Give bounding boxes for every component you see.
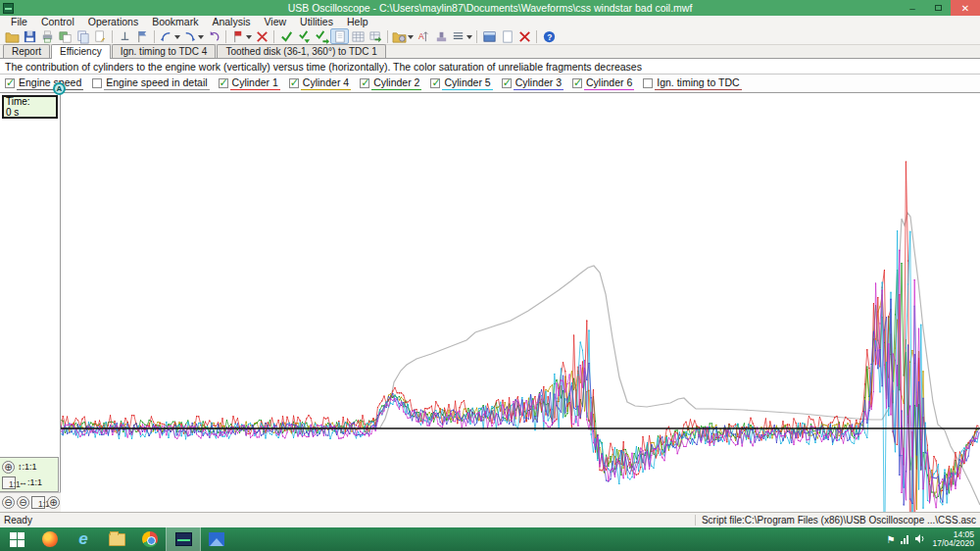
- close-report-icon[interactable]: [515, 28, 533, 44]
- export-icon[interactable]: [91, 28, 109, 44]
- tab-efficiency[interactable]: Efficiency: [51, 44, 111, 59]
- taskbar-chrome-icon[interactable]: [133, 527, 167, 551]
- new-report-icon[interactable]: [498, 28, 515, 44]
- legend-item: Cylinder 1: [219, 77, 280, 90]
- measure-icon[interactable]: [116, 28, 133, 44]
- save-icon[interactable]: [21, 28, 38, 44]
- export-table-icon[interactable]: [367, 28, 384, 44]
- help-icon[interactable]: ?: [540, 28, 558, 44]
- checkbox-cylinder-5[interactable]: [430, 78, 440, 88]
- bookmark-flag-icon[interactable]: [133, 28, 151, 44]
- legend-item: Cylinder 2: [360, 77, 421, 90]
- checkbox-ign-timing-to-tdc[interactable]: [643, 78, 653, 88]
- stamp-icon[interactable]: [432, 28, 450, 44]
- checkbox-engine-speed-in-detail[interactable]: [92, 78, 102, 88]
- horizontal-scale-label: ↔:1:1: [19, 477, 42, 487]
- menu-file[interactable]: File: [4, 16, 34, 28]
- legend-item: Engine speed: [5, 77, 83, 90]
- taskbar-firefox-icon[interactable]: [33, 527, 67, 551]
- taskbar-start-icon[interactable]: [0, 527, 33, 551]
- accept-icon[interactable]: [277, 28, 295, 44]
- open-icon[interactable]: [3, 28, 21, 44]
- taskbar-usb-oscilloscope-icon[interactable]: [167, 527, 200, 551]
- marker-a-badge[interactable]: A: [53, 82, 66, 95]
- minimize-button[interactable]: –: [900, 0, 925, 16]
- checkbox-cylinder-2[interactable]: [360, 78, 369, 88]
- series-curve-cylinder-5: [61, 230, 979, 512]
- legend-label[interactable]: Cylinder 1: [230, 77, 280, 90]
- legend-item: Cylinder 5: [430, 77, 492, 90]
- zoom-previous-icon[interactable]: [158, 28, 181, 44]
- accept-next-icon[interactable]: [313, 28, 330, 44]
- report-document-icon[interactable]: [330, 28, 349, 44]
- checkbox-cylinder-4[interactable]: [289, 78, 299, 88]
- system-tray: ⚑ 14:05 17/04/2020: [886, 530, 980, 549]
- legend-item: Cylinder 4: [289, 77, 351, 90]
- checkbox-cylinder-3[interactable]: [502, 78, 512, 88]
- horizontal-zoom-out-button[interactable]: ⊖: [17, 496, 29, 509]
- undo-icon[interactable]: [205, 28, 222, 44]
- horizontal-zoom-bar: ⊖ ⊖ 1:1 ⊕: [0, 492, 61, 512]
- vertical-zoom-out-button[interactable]: ⊖: [2, 496, 15, 509]
- marker-icon[interactable]: [229, 28, 253, 44]
- snapshot-icon[interactable]: [56, 28, 74, 44]
- legend-label[interactable]: Cylinder 3: [514, 77, 564, 90]
- vertical-zoom-in-button[interactable]: ⊕: [2, 461, 15, 474]
- window-view-icon[interactable]: [480, 28, 498, 44]
- left-panel: A Time: 0 s ⊕ ↕:1:1 1:1 ↔:1:1 ⊖ ⊖ 1:1 ⊕: [0, 93, 61, 512]
- tab-ign-timing-to-tdc-4[interactable]: Ign. timing to TDC 4: [112, 44, 217, 58]
- checkbox-cylinder-6[interactable]: [572, 78, 582, 88]
- time-value: 0 s: [6, 108, 54, 119]
- tab-toothed-disk-36-1-360-to-tdc-1[interactable]: Toothed disk (36-1, 360°) to TDC 1: [217, 44, 385, 58]
- taskbar-file-explorer-icon[interactable]: [100, 527, 133, 551]
- taskbar-photos-icon[interactable]: [200, 527, 233, 551]
- restore-button[interactable]: [925, 0, 951, 16]
- menu-bar: FileControlOperationsBookmarkAnalysisVie…: [0, 16, 980, 28]
- zoom-next-icon[interactable]: [181, 28, 205, 44]
- grid-view-icon[interactable]: [349, 28, 367, 44]
- vertical-scale-label: ↕:1:1: [18, 462, 37, 472]
- clock-date: 17/04/2020: [932, 539, 974, 549]
- menu-analysis[interactable]: Analysis: [205, 16, 257, 28]
- legend-label[interactable]: Ign. timing to TDC: [655, 77, 741, 90]
- text-labels-icon[interactable]: A: [415, 28, 432, 44]
- legend-label[interactable]: Engine speed in detail: [104, 77, 209, 90]
- checkbox-cylinder-1[interactable]: [219, 78, 228, 88]
- legend-label[interactable]: Cylinder 4: [301, 77, 351, 90]
- tab-strip: ReportEfficiencyIgn. timing to TDC 4Toot…: [0, 45, 980, 59]
- legend-label[interactable]: Cylinder 2: [371, 77, 421, 90]
- horizontal-one-to-one-button[interactable]: 1:1: [31, 496, 45, 509]
- taskbar-clock[interactable]: 14:05 17/04/2020: [932, 530, 974, 549]
- action-center-flag-icon[interactable]: ⚑: [886, 534, 895, 545]
- copy-icon[interactable]: [74, 28, 91, 44]
- print-icon[interactable]: [38, 28, 56, 44]
- reset-scale-button[interactable]: 1:1: [2, 476, 16, 489]
- close-button[interactable]: ✕: [951, 0, 980, 16]
- taskbar-internet-explorer-icon[interactable]: e: [67, 527, 100, 551]
- legend-label[interactable]: Cylinder 5: [442, 77, 492, 90]
- legend-label[interactable]: Engine speed: [17, 77, 83, 90]
- waveform-plot[interactable]: [61, 93, 980, 512]
- usb-oscilloscope-window: USB Oscilloscope - C:\Users\maylin87\Doc…: [0, 0, 980, 551]
- network-icon[interactable]: [901, 535, 908, 544]
- series-curve-cylinder-1: [61, 162, 979, 512]
- time-label: Time:: [6, 97, 54, 108]
- tab-report[interactable]: Report: [3, 44, 50, 58]
- horizontal-zoom-in-button[interactable]: ⊕: [47, 496, 60, 509]
- accept-all-icon[interactable]: [295, 28, 313, 44]
- legend-label[interactable]: Cylinder 6: [584, 77, 634, 90]
- view-layout-icon[interactable]: [450, 28, 473, 44]
- delete-marker-icon[interactable]: [253, 28, 270, 44]
- checkbox-engine-speed[interactable]: [5, 78, 15, 88]
- menu-view[interactable]: View: [258, 16, 294, 28]
- menu-bookmark[interactable]: Bookmark: [145, 16, 205, 28]
- toolbar: A?: [0, 28, 980, 45]
- menu-operations[interactable]: Operations: [81, 16, 145, 28]
- menu-control[interactable]: Control: [34, 16, 81, 28]
- menu-utilities[interactable]: Utilities: [293, 16, 340, 28]
- scripts-icon[interactable]: [391, 28, 415, 44]
- series-curve-cylinder-4: [61, 295, 979, 510]
- menu-help[interactable]: Help: [340, 16, 375, 28]
- volume-icon[interactable]: [914, 530, 926, 548]
- legend-item: Cylinder 6: [572, 77, 634, 90]
